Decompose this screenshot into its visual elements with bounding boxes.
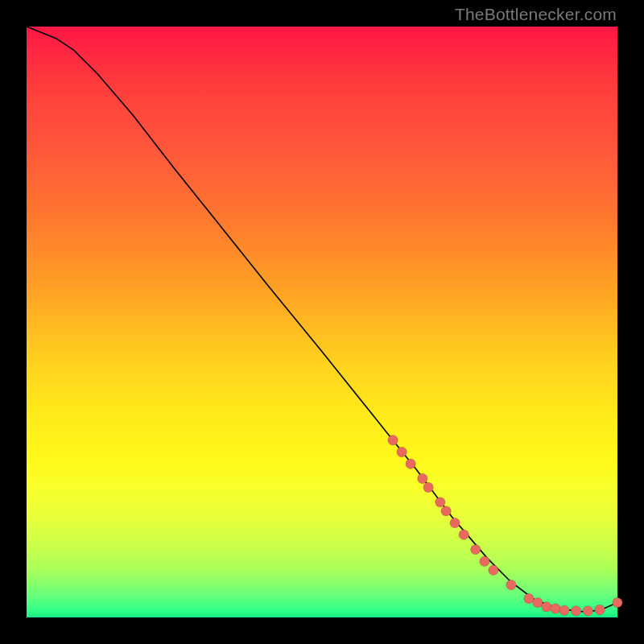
data-point (524, 593, 534, 603)
data-point (459, 530, 469, 539)
plot-svg (27, 27, 617, 617)
data-point (559, 605, 569, 615)
data-point (506, 580, 516, 589)
plot-area (27, 27, 617, 617)
data-point (542, 602, 551, 612)
data-point (583, 606, 592, 616)
data-point (436, 497, 445, 507)
watermark-text: TheBottlenecker.com (455, 5, 617, 24)
data-point (613, 597, 622, 607)
data-point (397, 447, 407, 456)
data-point (533, 597, 543, 607)
data-point (595, 605, 605, 614)
chart-stage: TheBottlenecker.com (0, 0, 644, 644)
data-point (551, 604, 560, 613)
data-point (450, 518, 460, 527)
data-point (571, 606, 580, 616)
data-point (388, 436, 398, 445)
data-point (423, 482, 433, 492)
data-point (489, 565, 498, 575)
data-point (406, 459, 415, 469)
data-point (471, 544, 481, 554)
data-point (418, 473, 427, 483)
data-point (480, 556, 489, 566)
bottleneck-curve (27, 27, 617, 612)
data-point (441, 506, 451, 516)
highlighted-points (388, 436, 622, 617)
